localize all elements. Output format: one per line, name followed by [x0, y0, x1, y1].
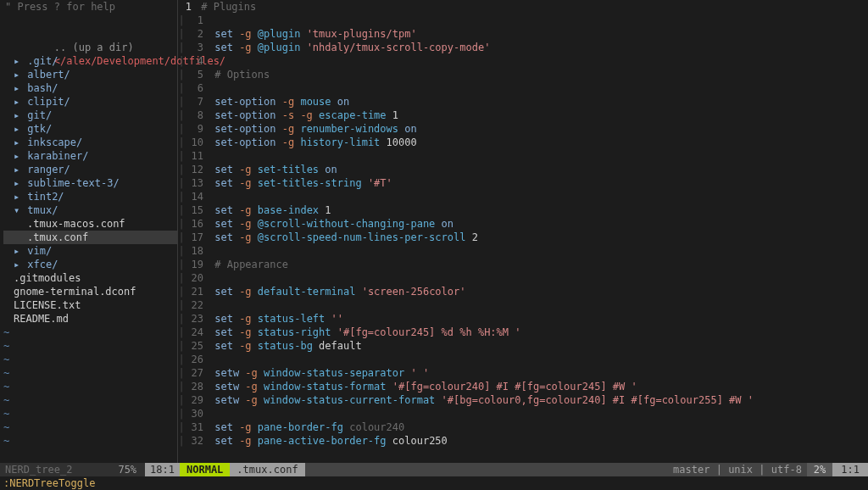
editor-pane[interactable]: 1 # Plugins|1 |2 set -g @plugin 'tmux-pl…	[178, 0, 868, 463]
code-content: set -g status-right '#[fg=colour245] %d …	[209, 326, 521, 339]
line-number: 7	[185, 95, 209, 109]
line-number: 26	[185, 353, 209, 366]
code-line[interactable]: |24 set -g status-right '#[fg=colour245]…	[178, 326, 868, 339]
tree-file-README-md[interactable]: README.md	[3, 312, 177, 326]
tree-dir-bash-[interactable]: ▸ bash/	[3, 81, 177, 95]
tree-dir-clipit-[interactable]: ▸ clipit/	[3, 95, 177, 109]
empty-line-tilde: ~	[0, 339, 177, 353]
code-line[interactable]: |30	[178, 407, 868, 420]
code-content: set-option -g history-limit 10000	[209, 136, 417, 149]
status-tree-percent: 75%	[118, 463, 145, 476]
tree-item-label: ranger/	[27, 164, 70, 175]
line-number: 17	[185, 231, 209, 244]
tree-dir-ranger-[interactable]: ▸ ranger/	[3, 163, 177, 176]
line-number: 5	[185, 68, 209, 81]
tree-dir-git-[interactable]: ▸ git/	[3, 109, 177, 122]
code-line[interactable]: |20	[178, 271, 868, 285]
nerdtree-up-dir[interactable]: .. (up a dir)	[3, 27, 177, 41]
code-line[interactable]: |25 set -g status-bg default	[178, 339, 868, 353]
code-line[interactable]: |12 set -g set-titles on	[178, 163, 868, 176]
line-number: 23	[185, 312, 209, 326]
line-number: 24	[185, 326, 209, 339]
status-tree-pos: 18:1	[145, 463, 180, 476]
fold-column: |	[178, 136, 185, 149]
code-line[interactable]: 1 # Plugins	[178, 0, 868, 14]
fold-column: |	[178, 434, 185, 448]
tree-dir-sublime-text-3-[interactable]: ▸ sublime-text-3/	[3, 176, 177, 190]
tree-dir-inkscape-[interactable]: ▸ inkscape/	[3, 136, 177, 149]
code-line[interactable]: |7 set-option -g mouse on	[178, 95, 868, 109]
code-content: setw -g window-status-format '#[fg=colou…	[209, 380, 637, 393]
code-line[interactable]: |1	[178, 14, 868, 27]
tree-dir-tmux-[interactable]: ▾ tmux/	[3, 203, 177, 217]
code-line[interactable]: |8 set-option -s -g escape-time 1	[178, 109, 868, 122]
tree-dir-vim-[interactable]: ▸ vim/	[3, 244, 177, 258]
tree-dir-tint2-[interactable]: ▸ tint2/	[3, 190, 177, 203]
code-line[interactable]: |31 set -g pane-border-fg colour240	[178, 420, 868, 434]
code-line[interactable]: |19 # Appearance	[178, 258, 868, 271]
code-line[interactable]: |17 set -g @scroll-speed-num-lines-per-s…	[178, 231, 868, 244]
code-line[interactable]: |9 set-option -g renumber-windows on	[178, 122, 868, 136]
code-line[interactable]: |16 set -g @scroll-without-changing-pane…	[178, 217, 868, 231]
fold-column: |	[178, 149, 185, 163]
code-content	[209, 54, 214, 68]
line-number: 4	[185, 54, 209, 68]
code-line[interactable]: |5 # Options	[178, 68, 868, 81]
code-line[interactable]: |26	[178, 353, 868, 366]
tree-dir-albert-[interactable]: ▸ albert/	[3, 68, 177, 81]
code-line[interactable]: |23 set -g status-left ''	[178, 312, 868, 326]
chevron-right-icon: ▸	[14, 149, 21, 163]
line-number: 30	[185, 407, 209, 420]
tree-dir-xfce-[interactable]: ▸ xfce/	[3, 258, 177, 271]
code-line[interactable]: |18	[178, 244, 868, 258]
tree-file-gnome-terminal-dconf[interactable]: gnome-terminal.dconf	[3, 285, 177, 298]
line-number: 31	[185, 420, 209, 434]
fold-column: |	[178, 339, 185, 353]
tree-item-label: gnome-terminal.dconf	[14, 286, 136, 298]
code-line[interactable]: |4	[178, 54, 868, 68]
code-line[interactable]: |27 setw -g window-status-separator ' '	[178, 366, 868, 380]
code-content: set -g base-index 1	[209, 203, 331, 217]
fold-column: |	[178, 312, 185, 326]
tree-dir-gtk-[interactable]: ▸ gtk/	[3, 122, 177, 136]
code-line[interactable]: |28 setw -g window-status-format '#[fg=c…	[178, 380, 868, 393]
code-line[interactable]: |11	[178, 149, 868, 163]
line-number: 13	[185, 176, 209, 190]
code-line[interactable]: |2 set -g @plugin 'tmux-plugins/tpm'	[178, 27, 868, 41]
line-number: 6	[185, 81, 209, 95]
empty-line-tilde: ~	[0, 366, 177, 380]
line-number: 27	[185, 366, 209, 380]
tree-file--tmux-macos-conf[interactable]: .tmux-macos.conf	[3, 217, 177, 231]
command-line[interactable]: :NERDTreeToggle	[0, 476, 868, 490]
code-content: set-option -g mouse on	[209, 95, 349, 109]
code-line[interactable]: |10 set-option -g history-limit 10000	[178, 136, 868, 149]
fold-column: |	[178, 380, 185, 393]
line-number: 21	[185, 285, 209, 298]
code-line[interactable]: |3 set -g @plugin 'nhdaly/tmux-scroll-co…	[178, 41, 868, 54]
code-line[interactable]: |13 set -g set-titles-string '#T'	[178, 176, 868, 190]
code-content: set-option -s -g escape-time 1	[209, 109, 398, 122]
fold-column: |	[178, 14, 185, 27]
chevron-right-icon: ▸	[14, 122, 21, 136]
code-line[interactable]: |32 set -g pane-active-border-fg colour2…	[178, 434, 868, 448]
code-line[interactable]: |15 set -g base-index 1	[178, 203, 868, 217]
tree-item-label: .tmux-macos.conf	[27, 218, 125, 230]
tree-file--tmux-conf[interactable]: .tmux.conf	[3, 231, 177, 244]
code-content: # Options	[209, 68, 270, 81]
code-content	[209, 190, 214, 203]
code-line[interactable]: |29 setw -g window-status-current-format…	[178, 393, 868, 407]
code-line[interactable]: |14	[178, 190, 868, 203]
status-position: 1:1	[832, 463, 868, 476]
tree-file--gitmodules[interactable]: .gitmodules	[3, 271, 177, 285]
tree-file-LICENSE-txt[interactable]: LICENSE.txt	[3, 298, 177, 312]
chevron-down-icon: ▾	[14, 203, 21, 217]
line-number: 29	[185, 393, 209, 407]
tree-item-label: vim/	[27, 245, 52, 257]
code-content: set -g @plugin 'nhdaly/tmux-scroll-copy-…	[209, 41, 490, 54]
line-number: 2	[185, 27, 209, 41]
code-line[interactable]: |21 set -g default-terminal 'screen-256c…	[178, 285, 868, 298]
status-percent: 2%	[807, 463, 832, 476]
code-line[interactable]: |6	[178, 81, 868, 95]
tree-dir-karabiner-[interactable]: ▸ karabiner/	[3, 149, 177, 163]
code-line[interactable]: |22	[178, 298, 868, 312]
